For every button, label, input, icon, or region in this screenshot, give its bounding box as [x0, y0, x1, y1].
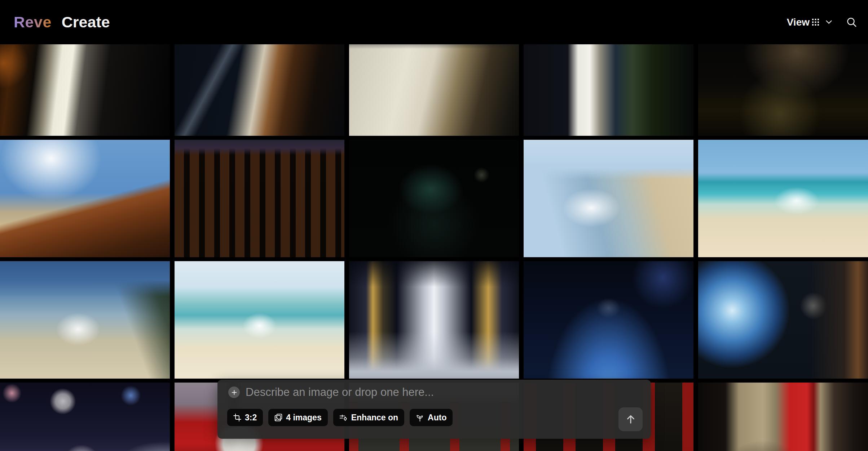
prompt-input[interactable] [246, 386, 608, 399]
arrow-up-icon [625, 413, 637, 425]
top-bar-actions: View [787, 17, 857, 28]
search-button[interactable] [846, 17, 857, 28]
image-salute-red-banner-building[interactable] [698, 383, 868, 451]
enhance-toggle-button[interactable]: Enhance on [333, 409, 404, 426]
view-menu-button[interactable]: View [787, 17, 832, 28]
grid-view-icon [812, 19, 819, 26]
prompt-panel: 3:2 4 images E [217, 380, 651, 439]
image-woman-suit-on-fence-night[interactable] [349, 140, 519, 257]
chevron-down-icon [826, 20, 832, 24]
top-bar: Reve Create View [0, 0, 868, 44]
image-woman-white-dress-beach[interactable] [175, 261, 344, 379]
image-scifi-golden-chamber[interactable] [349, 261, 519, 379]
image-retro-space-astronaut[interactable] [0, 383, 170, 451]
image-woman-beach-turquoise-sea[interactable] [698, 140, 868, 257]
image-count-label: 4 images [286, 413, 321, 423]
plus-icon [231, 389, 237, 396]
image-woman-climbing-border-fence[interactable] [0, 140, 170, 257]
enhance-sliders-icon [339, 414, 348, 422]
reve-logo[interactable]: Reve [14, 13, 52, 31]
app-logo: Reve Create [14, 13, 110, 31]
images-icon [274, 414, 282, 421]
image-woman-beach-palms[interactable] [0, 261, 170, 379]
prompt-row [228, 386, 608, 399]
model-select-button[interactable]: Auto [410, 409, 453, 426]
crop-icon [233, 414, 241, 421]
enhance-label: Enhance on [351, 413, 398, 423]
search-icon [846, 17, 857, 28]
view-label: View [787, 17, 810, 28]
model-label: Auto [428, 413, 446, 423]
image-space-station-earth-view[interactable] [524, 261, 693, 379]
aspect-ratio-button[interactable]: 3:2 [227, 409, 263, 426]
image-border-wall-dusk-walk[interactable] [175, 140, 344, 257]
image-count-button[interactable]: 4 images [268, 409, 327, 426]
generate-button[interactable] [618, 407, 643, 431]
image-woman-white-shirt-beach[interactable] [524, 140, 693, 257]
seedling-icon [416, 414, 424, 422]
prompt-options: 3:2 4 images E [227, 409, 453, 426]
image-spaceship-cockpit-earth[interactable] [698, 261, 868, 379]
create-app-title[interactable]: Create [62, 13, 110, 31]
add-image-button[interactable] [228, 387, 240, 398]
aspect-ratio-label: 3:2 [245, 413, 257, 423]
